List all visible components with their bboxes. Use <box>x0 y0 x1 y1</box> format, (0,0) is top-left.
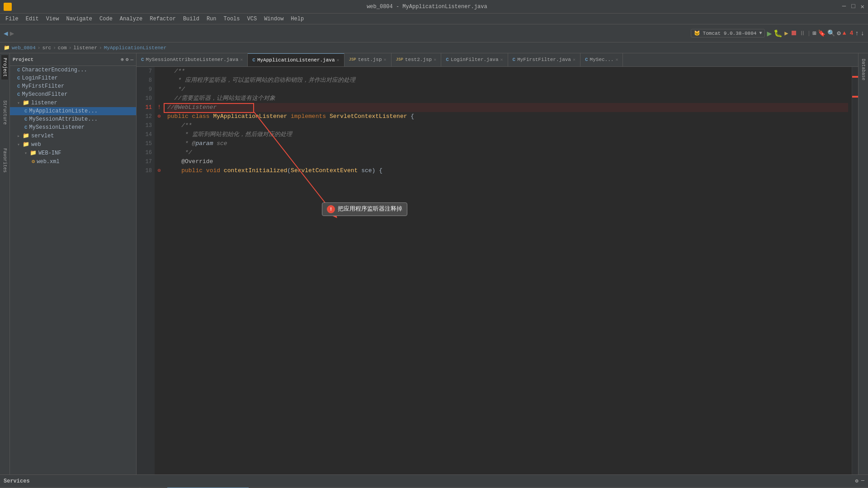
menu-vcs[interactable]: VCS <box>244 15 261 23</box>
tree-label-servlet: servlet <box>31 133 54 139</box>
menu-analyze[interactable]: Analyze <box>116 15 146 23</box>
tab-mysec[interactable]: C MySec... ✕ <box>580 53 623 66</box>
breadcrumb-icon: 📁 <box>4 45 10 51</box>
tab-icon-6: C <box>513 57 516 62</box>
settings-button[interactable]: ⚙ <box>837 29 840 37</box>
menu-navigate[interactable]: Navigate <box>62 15 96 23</box>
code-comment-13: /** <box>167 121 192 130</box>
bc-src[interactable]: src <box>42 45 51 51</box>
tree-label-myfirstfilter: MyFirstFilter <box>22 83 65 89</box>
menu-tools[interactable]: Tools <box>220 15 244 23</box>
tab-loginfilter[interactable]: C LoginFilter.java ✕ <box>441 53 508 66</box>
tab-myapplisten[interactable]: C MyApplicationListener.java ✕ <box>248 53 344 66</box>
left-vtabs: Project Structure Favorites <box>0 53 10 474</box>
folder-icon-servlet: 📁 <box>23 132 29 139</box>
bc-listener[interactable]: listener <box>73 45 97 51</box>
tree-item-web[interactable]: ▾ 📁 web <box>10 140 136 149</box>
menu-help[interactable]: Help <box>287 15 307 23</box>
run-button[interactable]: ▶ <box>767 28 772 38</box>
close-button[interactable]: ✕ <box>861 3 864 10</box>
up-arrow[interactable]: ↑ <box>855 30 859 37</box>
editor-scrollbar[interactable] <box>852 67 858 474</box>
tree-item-loginfilter[interactable]: C LoginFilter <box>10 74 136 82</box>
bottom-panel-icons: ⚙ — <box>855 478 864 484</box>
tree-item-webinf[interactable]: ▾ 📁 WEB-INF <box>10 149 136 157</box>
bottom-panel-header: Services ⚙ — <box>0 475 868 488</box>
run-config-name: Tomcat 9.0.38-0804 <box>703 31 757 36</box>
menu-refactor[interactable]: Refactor <box>146 15 179 23</box>
tree-item-webxml[interactable]: ⚙ web.xml <box>10 157 136 166</box>
search-button[interactable]: 🔍 <box>827 29 835 37</box>
tree-item-servlet[interactable]: ▸ 📁 servlet <box>10 131 136 140</box>
structure-button[interactable]: ⊞ <box>812 29 816 37</box>
tab-test2jsp[interactable]: JSP test2.jsp ✕ <box>392 53 442 66</box>
menu-window[interactable]: Window <box>260 15 287 23</box>
menu-file[interactable]: File <box>2 15 22 23</box>
kw-void-18: void <box>206 166 224 175</box>
tab-close-5[interactable]: ✕ <box>500 57 503 62</box>
run-config[interactable]: 🐱 Tomcat 9.0.38-0804 ▼ <box>691 29 765 38</box>
tab-testjsp[interactable]: JSP test.jsp ✕ <box>344 53 392 66</box>
vtab-favorites[interactable]: Favorites <box>1 145 8 175</box>
expand-icon-webinf: ▾ <box>24 150 27 156</box>
tab-close-2[interactable]: ✕ <box>337 57 340 63</box>
code-line-7: /** <box>167 67 848 76</box>
vtab-project[interactable]: Project <box>1 55 8 80</box>
tree-item-mysessionlisten[interactable]: C MySessionListener <box>10 123 136 131</box>
tab-icon-2: C <box>252 57 255 63</box>
code-content[interactable]: /** * 应用程序监听器，可以监听网站的启动和销毁，并作出对应的处理 */ /… <box>164 67 852 474</box>
settings-icon[interactable]: ⚙ <box>126 56 129 62</box>
code-line-16: */ <box>167 148 848 157</box>
tab-label-3: test.jsp <box>358 57 382 62</box>
stop-button[interactable]: ⏹ <box>790 29 797 38</box>
menu-code[interactable]: Code <box>96 15 116 23</box>
minimize-button[interactable]: ─ <box>842 3 846 10</box>
bc-class[interactable]: MyApplicationListener <box>104 45 167 51</box>
bookmark-button[interactable]: 🔖 <box>818 29 826 37</box>
vtab-database[interactable]: Database <box>860 55 867 84</box>
menu-edit[interactable]: Edit <box>22 15 42 23</box>
forward-button[interactable]: ▶ <box>10 29 14 38</box>
tab-close-4[interactable]: ✕ <box>434 57 436 62</box>
menu-run[interactable]: Run <box>203 15 220 23</box>
add-icon[interactable]: ⊕ <box>121 56 124 62</box>
tab-close-3[interactable]: ✕ <box>384 57 387 62</box>
bc-sep1: › <box>38 45 41 51</box>
tab-label-1: MySessionAttributeListener.java <box>146 57 239 62</box>
menu-view[interactable]: View <box>42 15 63 23</box>
tab-close-1[interactable]: ✕ <box>240 57 243 62</box>
code-comment-10: //需要监听器，让网站知道有这个对象 <box>167 94 275 103</box>
tree-item-charenc[interactable]: C CharacterEncoding... <box>10 66 136 74</box>
title-bar-controls: ─ □ ✕ <box>842 3 864 10</box>
bc-com[interactable]: com <box>58 45 67 51</box>
tree-item-listener-folder[interactable]: ▾ 📁 listener <box>10 99 136 107</box>
tab-myfirstfilter[interactable]: C MyFirstFilter.java ✕ <box>508 53 580 66</box>
bc-project[interactable]: web_0804 <box>12 45 36 51</box>
annotation-tooltip: ! 把应用程序监听器注释掉 <box>322 202 407 216</box>
right-panel: Database <box>858 53 868 474</box>
tab-close-6[interactable]: ✕ <box>573 57 576 62</box>
menu-build[interactable]: Build <box>179 15 203 23</box>
pause-button[interactable]: ⏸ <box>799 30 806 37</box>
tab-mysessionattr[interactable]: C MySessionAttributeListener.java ✕ <box>137 53 248 66</box>
settings-gear-icon[interactable]: ⚙ <box>855 478 859 484</box>
kw-class-12: class <box>192 112 213 121</box>
debug-button[interactable]: 🐛 <box>774 29 783 38</box>
run-with-coverage[interactable]: ▶ <box>784 29 788 37</box>
tree-item-myapplisten[interactable]: C MyApplicationListe... <box>10 107 136 115</box>
project-panel-header: Project ⊕ ⚙ — <box>10 53 136 66</box>
back-button[interactable]: ◀ <box>4 29 8 38</box>
tree-item-mysecondfilter[interactable]: C MySecondFilter <box>10 90 136 99</box>
tab-close-7[interactable]: ✕ <box>615 57 618 62</box>
tree-label-web: web <box>31 141 41 148</box>
maximize-button[interactable]: □ <box>851 3 855 10</box>
close-bottom-icon[interactable]: — <box>861 478 864 484</box>
down-arrow[interactable]: ↓ <box>861 30 864 37</box>
main-toolbar: ◀ ▶ 🐱 Tomcat 9.0.38-0804 ▼ ▶ 🐛 ▶ ⏹ ⏸ | ⊞… <box>0 24 868 42</box>
title-bar: web_0804 - MyApplicationListener.java ─ … <box>0 0 868 14</box>
vtab-structure[interactable]: Structure <box>1 98 8 127</box>
tree-item-myfirstfilter[interactable]: C MyFirstFilter <box>10 82 136 90</box>
collapse-icon[interactable]: — <box>130 57 133 62</box>
error-marker <box>852 76 858 78</box>
tree-item-mysessionattr[interactable]: C MySessionAttribute... <box>10 115 136 123</box>
